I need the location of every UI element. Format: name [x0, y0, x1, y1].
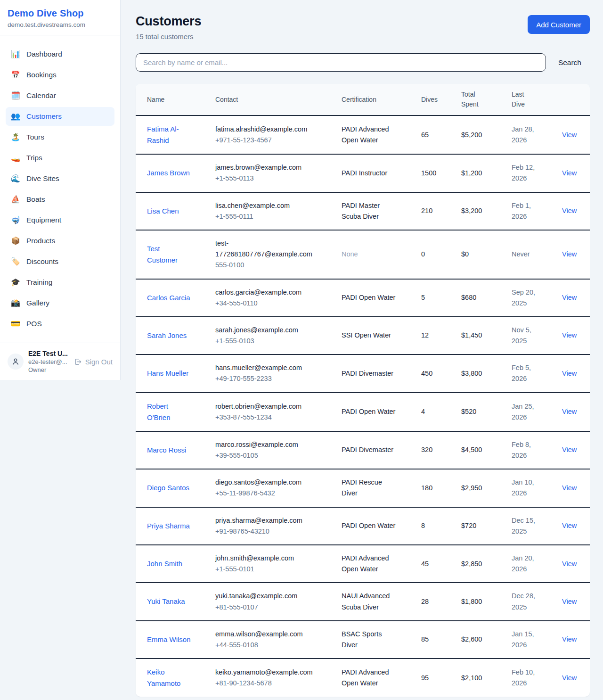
view-customer-link[interactable]: View	[562, 560, 577, 568]
view-customer-link[interactable]: View	[562, 484, 577, 492]
customer-email: priya.sharma@example.com	[215, 515, 318, 526]
brand: Demo Dive Shop demo.test.divestreams.com	[0, 0, 120, 35]
customer-phone: 555-0100	[215, 260, 337, 271]
customer-dives: 0	[421, 249, 461, 260]
customer-name-link[interactable]: Diego Santos	[147, 482, 189, 494]
sidebar-item-discounts[interactable]: 🏷️Discounts	[6, 252, 114, 271]
view-customer-link[interactable]: View	[562, 522, 577, 529]
customer-name-link[interactable]: James Brown	[147, 167, 190, 179]
customer-dives: 65	[421, 130, 461, 140]
view-customer-link[interactable]: View	[562, 635, 577, 643]
customer-row: Yuki Tanakayuki.tanaka@example.com+81-55…	[136, 583, 590, 621]
sidebar-item-label: Products	[26, 237, 55, 245]
customer-dives: 45	[421, 559, 461, 569]
customer-name-link[interactable]: Carlos Garcia	[147, 292, 190, 304]
sign-out-icon	[74, 358, 82, 366]
sidebar-item-label: Dashboard	[26, 50, 62, 58]
view-customer-link[interactable]: View	[562, 370, 577, 377]
customer-name-link[interactable]: Keiko Yamamoto	[147, 667, 192, 689]
customer-name-link[interactable]: Lisa Chen	[147, 206, 179, 217]
customer-name-link[interactable]: Robert O'Brien	[147, 401, 192, 423]
customer-email: keiko.yamamoto@example.com	[215, 667, 318, 678]
view-customer-link[interactable]: View	[562, 446, 577, 453]
sidebar-item-dive-sites[interactable]: 🌊Dive Sites	[6, 169, 114, 188]
user-role: Owner	[28, 366, 68, 373]
customer-dives: 450	[421, 368, 461, 379]
customer-certification: PADI Advanced Open Water	[342, 553, 397, 575]
customer-row: Lisa Chenlisa.chen@example.com+1-555-011…	[136, 193, 590, 231]
column-header: Contact	[215, 95, 342, 105]
customer-dives: 28	[421, 596, 461, 607]
sign-out-button[interactable]: Sign Out	[74, 358, 113, 366]
customer-email: hans.mueller@example.com	[215, 362, 318, 373]
diving-mask-icon: 🤿	[10, 216, 21, 224]
calendar-date-icon: 📅	[10, 71, 21, 79]
user-icon	[11, 357, 20, 366]
page-header: Customers 15 total customers Add Custome…	[136, 14, 590, 41]
view-customer-link[interactable]: View	[562, 674, 577, 682]
column-header: Name	[147, 95, 215, 105]
customer-row: John Smithjohn.smith@example.com+1-555-0…	[136, 545, 590, 583]
sidebar-item-tours[interactable]: 🏝️Tours	[6, 128, 114, 147]
page-title: Customers	[136, 14, 201, 29]
customer-name-link[interactable]: Sarah Jones	[147, 330, 187, 341]
sidebar-item-customers[interactable]: 👥Customers	[6, 107, 114, 126]
customer-email: test-1772681807767@example.com	[215, 238, 318, 260]
customer-certification: NAUI Advanced Scuba Diver	[342, 591, 397, 612]
sailboat-icon: ⛵	[10, 196, 21, 203]
customer-name-link[interactable]: Fatima Al-Rashid	[147, 124, 192, 146]
customer-name-link[interactable]: Test Customer	[147, 243, 192, 266]
sidebar-item-gallery[interactable]: 📸Gallery	[6, 294, 114, 313]
customer-name-link[interactable]: Priya Sharma	[147, 520, 190, 532]
customer-certification: PADI Divemaster	[342, 368, 393, 379]
sidebar-item-dashboard[interactable]: 📊Dashboard	[6, 45, 114, 64]
sidebar-item-label: Trips	[26, 154, 42, 162]
column-header: Certification	[342, 95, 421, 105]
customer-email: fatima.alrashid@example.com	[215, 124, 318, 135]
search-input[interactable]	[136, 53, 546, 72]
sidebar-item-bookings[interactable]: 📅Bookings	[6, 66, 114, 84]
sidebar-item-calendar[interactable]: 🗓️Calendar	[6, 86, 114, 105]
app: Demo Dive Shop demo.test.divestreams.com…	[0, 0, 603, 700]
sidebar-item-boats[interactable]: ⛵Boats	[6, 190, 114, 209]
sidebar-item-label: Equipment	[26, 216, 61, 224]
customer-phone: +34-555-0110	[215, 298, 337, 309]
customer-name-link[interactable]: Emma Wilson	[147, 634, 191, 645]
customer-name-link[interactable]: Marco Rossi	[147, 445, 186, 456]
search-button[interactable]: Search	[558, 58, 581, 67]
customer-name-link[interactable]: Hans Mueller	[147, 368, 188, 379]
view-customer-link[interactable]: View	[562, 408, 577, 415]
credit-card-icon: 💳	[10, 320, 21, 328]
customer-dives: 320	[421, 445, 461, 455]
sidebar-item-label: Customers	[26, 112, 62, 121]
customer-last-dive: Jan 10, 2026	[512, 477, 542, 499]
view-customer-link[interactable]: View	[562, 207, 577, 214]
customer-last-dive: Feb 1, 2026	[512, 200, 542, 222]
sidebar-item-training[interactable]: 🎓Training	[6, 273, 114, 292]
search-row: Search	[136, 53, 590, 72]
sidebar-item-label: Tours	[26, 133, 44, 141]
view-customer-link[interactable]: View	[562, 250, 577, 258]
view-customer-link[interactable]: View	[562, 294, 577, 301]
sidebar-item-pos[interactable]: 💳POS	[6, 314, 114, 333]
view-customer-link[interactable]: View	[562, 598, 577, 605]
customer-last-dive: Dec 15, 2025	[512, 515, 542, 537]
view-customer-link[interactable]: View	[562, 131, 577, 139]
main-content: Customers 15 total customers Add Custome…	[121, 0, 603, 700]
customer-certification: PADI Divemaster	[342, 445, 393, 455]
sign-out-label: Sign Out	[85, 358, 113, 366]
view-customer-link[interactable]: View	[562, 169, 577, 177]
add-customer-button[interactable]: Add Customer	[528, 15, 590, 34]
user-email: e2e-tester@...	[28, 358, 68, 365]
sidebar-item-trips[interactable]: 🚤Trips	[6, 148, 114, 167]
customer-total-spent: $4,500	[461, 445, 512, 455]
sidebar-item-products[interactable]: 📦Products	[6, 231, 114, 250]
sidebar-item-equipment[interactable]: 🤿Equipment	[6, 211, 114, 230]
customer-total-spent: $1,800	[461, 596, 512, 607]
view-customer-link[interactable]: View	[562, 331, 577, 339]
customer-name-link[interactable]: John Smith	[147, 558, 182, 569]
sidebar-item-label: Discounts	[26, 257, 58, 266]
customer-name-link[interactable]: Yuki Tanaka	[147, 596, 185, 607]
customer-email: marco.rossi@example.com	[215, 439, 318, 450]
customer-certification: SSI Open Water	[342, 330, 391, 341]
